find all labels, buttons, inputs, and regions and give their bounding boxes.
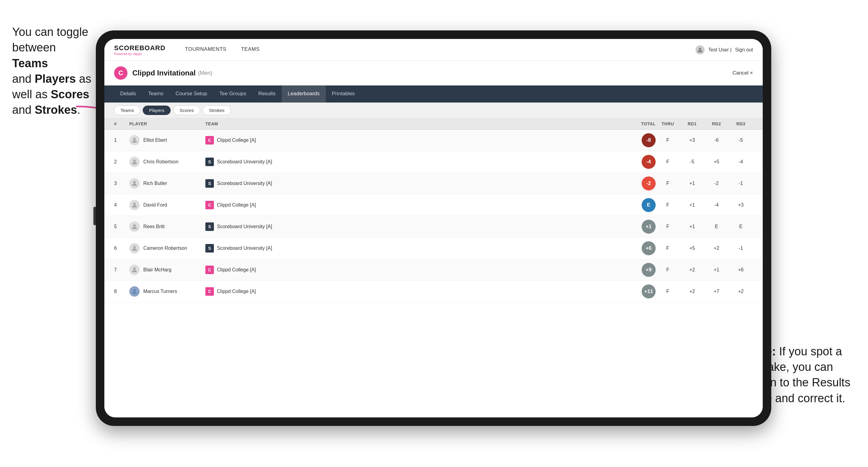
score-badge-7: +9 [642, 263, 656, 277]
rd1-1: +3 [680, 137, 704, 143]
col-player: PLAYER [129, 121, 205, 126]
rd3-2: -4 [728, 159, 753, 164]
player-5: Rees Britt [129, 221, 205, 232]
rd3-3: -1 [728, 181, 753, 186]
leaderboard-table: # PLAYER TEAM TOTAL THRU RD1 RD2 RD3 1 E… [104, 118, 763, 417]
table-row: 2 Chris Robertson S Scoreboard Universit… [104, 151, 763, 173]
rd1-8: +2 [680, 289, 704, 294]
cancel-button[interactable]: Cancel × [732, 70, 753, 76]
svg-point-7 [133, 246, 136, 248]
svg-point-3 [133, 159, 136, 162]
rd2-1: -6 [704, 137, 728, 143]
svg-point-1 [699, 48, 701, 50]
team-logo-2: S [205, 158, 214, 166]
avatar-2 [129, 157, 140, 167]
player-8: Marcus Turners [129, 286, 205, 297]
svg-point-6 [133, 224, 136, 227]
col-rd1: RD1 [680, 121, 704, 126]
user-name: Test User | [708, 47, 732, 53]
filter-players-button[interactable]: Players [143, 105, 171, 115]
team-1: C Clippd College [A] [205, 136, 622, 145]
team-logo-5: S [205, 222, 214, 231]
table-row: 8 Marcus Turners C Clippd College [A] +1… [104, 281, 763, 303]
rd3-1: -5 [728, 137, 753, 143]
rd2-5: E [704, 224, 728, 229]
tab-tee-groups[interactable]: Tee Groups [213, 86, 252, 102]
tournament-header: C Clippd Invitational (Men) Cancel × [104, 61, 763, 86]
thru-3: F [656, 181, 680, 186]
team-5: S Scoreboard University [A] [205, 222, 622, 231]
col-total: TOTAL [622, 121, 656, 126]
filter-teams-button[interactable]: Teams [114, 105, 140, 115]
table-header: # PLAYER TEAM TOTAL THRU RD1 RD2 RD3 [104, 118, 763, 130]
nav-tournaments[interactable]: TOURNAMENTS [178, 39, 234, 61]
tab-teams[interactable]: Teams [142, 86, 169, 102]
thru-5: F [656, 224, 680, 229]
score-badge-6: +6 [642, 241, 656, 255]
col-rd2: RD2 [704, 121, 728, 126]
rd3-5: E [728, 224, 753, 229]
tablet-screen: SCOREBOARD Powered by clippd TOURNAMENTS… [104, 39, 763, 417]
rd3-7: +6 [728, 267, 753, 273]
rd1-6: +5 [680, 246, 704, 251]
avatar-5 [129, 221, 140, 232]
col-thru: THRU [656, 121, 680, 126]
rd2-4: -4 [704, 202, 728, 208]
logo-sub: Powered by clippd [114, 52, 165, 56]
player-7: Blair McHarg [129, 265, 205, 275]
nav-teams[interactable]: TEAMS [234, 39, 267, 61]
table-row: 7 Blair McHarg C Clippd College [A] +9 F… [104, 259, 763, 281]
team-logo-6: S [205, 244, 214, 252]
total-6: +6 [622, 241, 656, 255]
table-row: 6 Cameron Robertson S Scoreboard Univers… [104, 238, 763, 259]
score-badge-1: -8 [642, 133, 656, 147]
team-logo-8: C [205, 287, 214, 296]
rank-3: 3 [114, 181, 129, 186]
total-4: E [622, 198, 656, 212]
thru-8: F [656, 289, 680, 294]
svg-point-2 [133, 138, 136, 140]
score-badge-2: -4 [642, 155, 656, 169]
rd1-5: +1 [680, 224, 704, 229]
team-logo-4: C [205, 201, 214, 209]
avatar-6 [129, 243, 140, 253]
table-row: 1 Elliot Ebert C Clippd College [A] -8 F… [104, 130, 763, 151]
total-5: +1 [622, 220, 656, 234]
team-2: S Scoreboard University [A] [205, 158, 622, 166]
tablet-side-button [93, 207, 96, 225]
logo-area: SCOREBOARD Powered by clippd [114, 44, 165, 56]
total-3: -2 [622, 177, 656, 190]
tab-details[interactable]: Details [114, 86, 142, 102]
rank-4: 4 [114, 202, 129, 208]
rank-7: 7 [114, 267, 129, 273]
tab-leaderboards[interactable]: Leaderboards [282, 86, 326, 102]
filter-scores-button[interactable]: Scores [173, 105, 200, 115]
thru-4: F [656, 202, 680, 208]
team-logo-3: S [205, 179, 214, 188]
rd3-8: +2 [728, 289, 753, 294]
svg-point-8 [133, 268, 136, 270]
rank-1: 1 [114, 137, 129, 143]
score-badge-3: -2 [642, 177, 656, 190]
player-3: Rich Butler [129, 178, 205, 189]
tab-printables[interactable]: Printables [326, 86, 361, 102]
total-1: -8 [622, 133, 656, 147]
svg-point-9 [133, 289, 136, 291]
player-2: Chris Robertson [129, 157, 205, 167]
avatar-1 [129, 135, 140, 146]
rd1-3: +1 [680, 181, 704, 186]
score-badge-8: +11 [642, 284, 656, 299]
tab-bar: Details Teams Course Setup Tee Groups Re… [104, 86, 763, 102]
filter-strokes-button[interactable]: Strokes [203, 105, 231, 115]
thru-2: F [656, 159, 680, 164]
avatar-4 [129, 200, 140, 210]
thru-7: F [656, 267, 680, 273]
sign-out-link[interactable]: Sign out [735, 47, 753, 53]
tab-course-setup[interactable]: Course Setup [169, 86, 213, 102]
tab-results[interactable]: Results [252, 86, 282, 102]
nav-links: TOURNAMENTS TEAMS [178, 39, 695, 61]
rank-5: 5 [114, 224, 129, 229]
avatar-7 [129, 265, 140, 275]
total-2: -4 [622, 155, 656, 169]
top-nav: SCOREBOARD Powered by clippd TOURNAMENTS… [104, 39, 763, 61]
